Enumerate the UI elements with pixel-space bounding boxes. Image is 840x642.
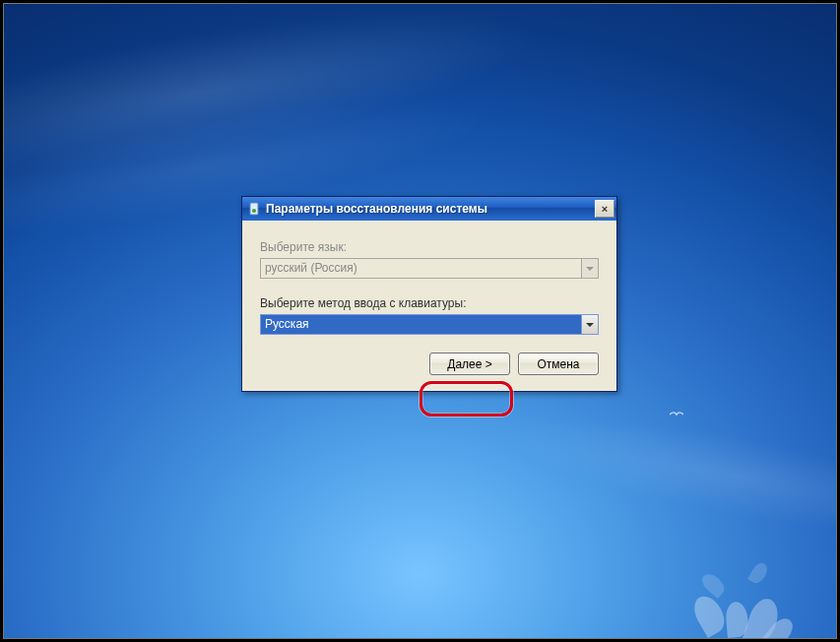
next-button[interactable]: Далее > [429, 353, 510, 375]
keyboard-label: Выберите метод ввода с клавиатуры: [260, 296, 599, 310]
titlebar[interactable]: Параметры восстановления системы × [242, 197, 616, 221]
app-icon [246, 201, 262, 217]
chevron-down-icon [586, 267, 594, 271]
close-button[interactable]: × [595, 200, 614, 218]
language-select: русский (Россия) [260, 258, 599, 279]
window-title: Параметры восстановления системы [266, 202, 595, 216]
keyboard-value: Русская [260, 314, 581, 335]
recovery-options-dialog: Параметры восстановления системы × Выбер… [241, 196, 617, 392]
chevron-down-icon [586, 323, 594, 327]
dropdown-button [581, 258, 599, 279]
language-label: Выберите язык: [260, 240, 599, 254]
button-row: Далее > Отмена [260, 353, 599, 375]
cancel-button[interactable]: Отмена [518, 353, 599, 375]
language-value: русский (Россия) [260, 258, 581, 279]
decoration-plant [649, 461, 816, 638]
keyboard-select[interactable]: Русская [260, 314, 599, 335]
dialog-body: Выберите язык: русский (Россия) Выберите… [242, 221, 616, 391]
dropdown-button[interactable] [581, 314, 599, 335]
close-icon: × [602, 203, 608, 215]
svg-point-2 [252, 209, 256, 213]
bird-icon [670, 408, 683, 421]
desktop-background: Параметры восстановления системы × Выбер… [3, 3, 837, 639]
